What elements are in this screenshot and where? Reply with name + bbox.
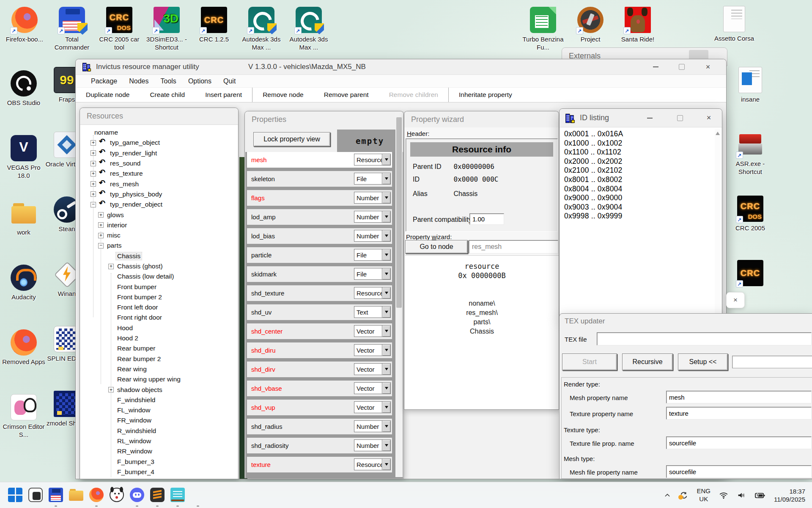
taskbar-button[interactable] bbox=[5, 482, 25, 508]
tree-item-label[interactable]: Rear wing upper wing bbox=[116, 375, 182, 383]
tree-item[interactable]: ↶ Rear wing bbox=[80, 364, 238, 374]
desktop-icon[interactable]: ↗ VEGAS Pro 18.0 bbox=[0, 131, 47, 196]
desktop-icon[interactable]: ↗ Firefox-boo... bbox=[1, 3, 48, 52]
toolbar-button[interactable]: Remove parent bbox=[314, 88, 379, 102]
tree-item[interactable]: ↶ FR_window bbox=[80, 415, 238, 425]
property-type-dropdown[interactable]: Resource bbox=[354, 458, 391, 470]
id-listing-titlebar[interactable]: ID listing × bbox=[560, 109, 722, 127]
setup-button[interactable]: Setup << bbox=[678, 353, 728, 370]
toolbar-button[interactable]: Inheritate property bbox=[449, 88, 522, 102]
properties-titlebar[interactable]: Properties bbox=[245, 111, 403, 127]
tree-item-label[interactable]: FR_window bbox=[116, 417, 153, 424]
dropdown-arrow-icon[interactable] bbox=[382, 173, 391, 185]
tree-item-label[interactable]: Front bumper bbox=[116, 283, 158, 291]
desktop-icon[interactable]: ↗ Total Commander bbox=[48, 3, 96, 52]
dropdown-arrow-icon[interactable] bbox=[382, 420, 391, 432]
desktop-icon[interactable]: ↗ bbox=[727, 256, 774, 320]
minimize-button[interactable] bbox=[640, 109, 659, 127]
property-row[interactable]: shd_texture Resource bbox=[247, 285, 392, 301]
lock-property-view-button[interactable]: Lock property view bbox=[253, 132, 330, 146]
taskbar-button[interactable] bbox=[66, 482, 86, 508]
tree-item-label[interactable]: Front right door bbox=[116, 314, 163, 321]
start-button[interactable]: Start bbox=[562, 353, 617, 370]
tree-item-label[interactable]: Hood bbox=[116, 324, 134, 332]
tree-expander-icon[interactable] bbox=[98, 222, 104, 228]
id-range-item[interactable]: 0x0001 .. 0x016A bbox=[560, 130, 721, 139]
property-row[interactable]: lod_bias Number bbox=[247, 228, 392, 244]
tree-expander-icon[interactable] bbox=[91, 202, 96, 207]
dropdown-arrow-icon[interactable] bbox=[382, 287, 391, 299]
tree-item[interactable]: ↶ RR_window bbox=[80, 446, 238, 456]
minimize-button[interactable] bbox=[642, 59, 669, 75]
taskbar-button[interactable] bbox=[46, 482, 66, 508]
taskbar-button[interactable] bbox=[107, 482, 127, 508]
desktop-icon[interactable]: ↗ OBS Studio bbox=[0, 66, 47, 131]
battery-icon[interactable] bbox=[754, 491, 765, 500]
property-row[interactable]: texture Resource bbox=[247, 457, 392, 472]
desktop-icon[interactable]: ↗ ASR.exe - Shortcut bbox=[727, 127, 774, 191]
property-row[interactable]: shd_vbase Vector bbox=[247, 381, 392, 396]
desktop-icon[interactable]: ↗ Removed Apps bbox=[0, 325, 47, 390]
dropdown-arrow-icon[interactable] bbox=[382, 268, 391, 280]
close-button[interactable]: × bbox=[699, 109, 719, 127]
dropdown-arrow-icon[interactable] bbox=[382, 458, 391, 470]
property-row[interactable]: shd_uv Text bbox=[247, 304, 392, 320]
tree-item-label[interactable]: F_bumper_3 bbox=[116, 458, 156, 466]
desktop-icon[interactable]: ↗ CRC 2005 car tool bbox=[96, 3, 143, 52]
menu-item[interactable]: Quit bbox=[223, 77, 236, 85]
dropdown-arrow-icon[interactable] bbox=[382, 230, 391, 242]
toolbar-button[interactable]: Duplicate node bbox=[76, 88, 140, 102]
desktop-icon[interactable]: ↗ Santa Ride! bbox=[614, 3, 661, 52]
property-type-dropdown[interactable]: Vector bbox=[354, 325, 391, 337]
tree-expander-icon[interactable] bbox=[91, 181, 96, 187]
close-button[interactable]: × bbox=[695, 59, 721, 75]
tree-item[interactable]: ↶ res_texture bbox=[80, 168, 238, 179]
tree-item[interactable]: ↶ Front right door bbox=[80, 312, 238, 323]
taskbar-button[interactable] bbox=[147, 482, 167, 508]
tree-expander-icon[interactable] bbox=[108, 264, 114, 269]
desktop-icon[interactable]: ↗ Autodesk 3ds Max ... bbox=[285, 3, 332, 52]
main-titlebar[interactable]: Invictus resource manager utility V 1.3.… bbox=[76, 59, 726, 75]
property-type-dropdown[interactable]: File bbox=[354, 249, 391, 261]
dropdown-arrow-icon[interactable] bbox=[382, 249, 391, 261]
floating-close-button[interactable]: × bbox=[726, 292, 745, 308]
menu-item[interactable]: Nodes bbox=[129, 77, 148, 85]
taskbar-button[interactable] bbox=[127, 482, 147, 508]
tree-item[interactable]: ↶ res_sound bbox=[80, 158, 238, 168]
taskbar-button[interactable] bbox=[188, 482, 208, 508]
dropdown-arrow-icon[interactable] bbox=[382, 382, 391, 394]
tree-item-label[interactable]: RL_window bbox=[116, 437, 152, 445]
property-type-dropdown[interactable]: Number bbox=[354, 192, 391, 204]
desktop-icon[interactable]: ↗ Turbo Benzina Fu... bbox=[519, 3, 567, 52]
tree-item[interactable]: ↶ F_bumper_4 bbox=[80, 467, 238, 477]
desktop-icon[interactable]: ↗ Project bbox=[567, 3, 614, 52]
desktop-icon[interactable]: ↗ 3DSimED3... - Shortcut bbox=[143, 3, 190, 52]
dropdown-arrow-icon[interactable] bbox=[382, 439, 391, 451]
id-range-item[interactable]: 0x9998 .. 0x9999 bbox=[560, 212, 721, 221]
tree-expander-icon[interactable] bbox=[98, 233, 104, 238]
tree-item[interactable]: ↶ glows bbox=[80, 210, 238, 220]
property-type-dropdown[interactable]: Text bbox=[354, 306, 391, 318]
tree-item[interactable]: ↶ noname bbox=[80, 127, 238, 138]
tree-item[interactable]: ↶ Hood bbox=[80, 323, 238, 333]
language-indicator[interactable]: ENG UK bbox=[697, 487, 711, 503]
tree-item[interactable]: ↶ misc bbox=[80, 230, 238, 240]
tree-expander-icon[interactable] bbox=[98, 243, 104, 248]
desktop-icon-assetto-corsa[interactable]: Assetto Corsa bbox=[710, 2, 758, 43]
tree-item[interactable]: ↶ Rear wing upper wing bbox=[80, 374, 238, 384]
tree-item[interactable]: ↶ typ_physics_body bbox=[80, 189, 238, 199]
property-row[interactable]: skidmark File bbox=[247, 266, 392, 282]
tree-item-label[interactable]: Chassis bbox=[116, 252, 142, 260]
tree-item-label[interactable]: noname bbox=[93, 129, 119, 136]
desktop-icon[interactable]: ↗ work bbox=[0, 196, 47, 260]
tree-item-label[interactable]: Front left door bbox=[116, 304, 159, 311]
sync-icon[interactable] bbox=[679, 491, 689, 500]
property-type-dropdown[interactable]: Vector bbox=[354, 363, 391, 375]
id-range-item[interactable]: 0x1100 .. 0x1102 bbox=[560, 148, 721, 157]
tree-item[interactable]: ↶ Rear bumper bbox=[80, 343, 238, 353]
taskbar-button[interactable] bbox=[25, 482, 46, 508]
resources-titlebar[interactable]: Resources bbox=[80, 108, 238, 125]
desktop-icon[interactable]: ↗ insane bbox=[727, 63, 774, 127]
menu-item[interactable]: Tools bbox=[161, 77, 176, 85]
tree-item-label[interactable]: Chassis (low detail) bbox=[116, 273, 175, 280]
